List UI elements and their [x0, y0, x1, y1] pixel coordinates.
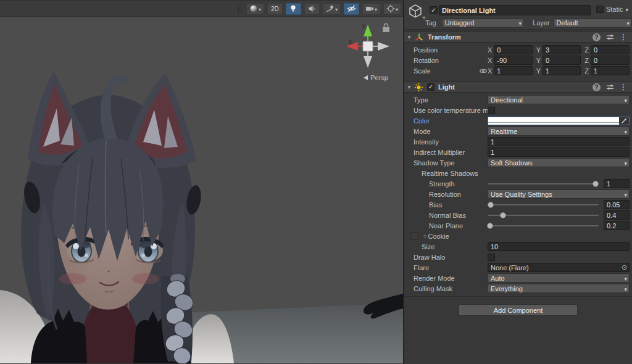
shading-mode-button[interactable]	[246, 3, 264, 15]
cookie-size-field[interactable]	[488, 242, 630, 251]
gizmo-down-cone	[364, 56, 372, 68]
presets-icon[interactable]	[606, 83, 614, 91]
2d-label: 2D	[271, 6, 279, 12]
link-constrain-icon[interactable]	[479, 67, 488, 75]
help-icon[interactable]: ?	[592, 33, 601, 41]
scene-orientation-gizmo[interactable]: y x	[341, 20, 394, 73]
bias-row: Bias	[404, 199, 632, 210]
resolution-dropdown[interactable]: Use Quality Settings	[488, 189, 630, 199]
normal-bias-row: Normal Bias	[404, 210, 632, 220]
position-row: Position X Y Z	[404, 44, 632, 55]
position-x-field[interactable]	[494, 45, 532, 54]
gameobject-active-checkbox[interactable]: ✓	[430, 6, 438, 14]
transform-title: Transform	[428, 33, 592, 41]
flare-object-field[interactable]: None (Flare)	[488, 263, 630, 272]
projection-mode-label[interactable]: Persp	[364, 74, 388, 81]
gizmo-right-cone	[378, 42, 389, 51]
indirect-multiplier-field[interactable]	[488, 147, 630, 157]
intensity-field[interactable]	[488, 137, 630, 146]
shadow-type-dropdown[interactable]: Soft Shadows	[488, 158, 630, 167]
gizmos-button[interactable]	[383, 3, 401, 15]
help-icon[interactable]: ?	[592, 83, 601, 91]
gameobject-name-field[interactable]	[439, 5, 591, 15]
normal-bias-field[interactable]	[604, 210, 630, 220]
position-y-field[interactable]	[543, 45, 581, 54]
transform-header[interactable]: Transform ? ⋮	[404, 31, 632, 43]
near-plane-field[interactable]	[604, 221, 630, 230]
slider-knob[interactable]	[592, 181, 599, 187]
intensity-row: Intensity	[404, 136, 632, 147]
color-temperature-checkbox[interactable]	[488, 107, 495, 114]
strength-field[interactable]	[604, 179, 630, 188]
draw-halo-row: Draw Halo	[404, 252, 632, 262]
camera-settings-button[interactable]	[362, 3, 380, 15]
2d-toggle-button[interactable]: 2D	[267, 3, 283, 15]
draw-halo-checkbox[interactable]	[488, 254, 495, 261]
slider-knob[interactable]	[500, 212, 506, 218]
culling-mask-dropdown[interactable]: Everything	[488, 284, 630, 293]
cookie-label: Cookie	[428, 233, 449, 240]
cookie-texture-thumbnail[interactable]	[410, 232, 418, 240]
near-plane-slider[interactable]	[488, 225, 599, 226]
normal-bias-slider[interactable]	[488, 215, 599, 216]
scene-visibility-toggle-button[interactable]	[344, 3, 359, 15]
chevron-down-icon	[259, 5, 261, 12]
bias-field[interactable]	[604, 200, 630, 209]
shadow-type-row: Shadow Type Soft Shadows	[404, 157, 632, 168]
tag-label: Tag	[425, 19, 436, 27]
chevron-down-icon	[519, 19, 524, 27]
audio-toggle-button[interactable]	[304, 3, 320, 15]
foldout-icon[interactable]	[407, 35, 414, 40]
slider-knob[interactable]	[488, 202, 494, 208]
presets-icon[interactable]	[606, 33, 614, 41]
light-header[interactable]: ✓ Light ? ⋮	[404, 81, 632, 93]
mode-dropdown[interactable]: Realtime	[488, 126, 630, 136]
kebab-menu-icon[interactable]: ⋮	[620, 83, 627, 91]
rotation-y-field[interactable]	[543, 56, 581, 65]
chevron-down-icon	[626, 19, 631, 27]
kebab-menu-icon[interactable]: ⋮	[620, 33, 627, 41]
light-title: Light	[438, 83, 592, 91]
scale-row: Scale X Y Z	[404, 65, 632, 76]
layer-dropdown[interactable]: Default	[554, 19, 632, 28]
light-bulb-icon	[289, 4, 297, 13]
culling-mask-row: Culling Mask Everything	[404, 283, 632, 294]
bias-slider[interactable]	[488, 204, 599, 205]
rotation-x-field[interactable]	[494, 56, 532, 65]
scale-z-field[interactable]	[591, 66, 630, 75]
color-swatch[interactable]	[488, 117, 619, 125]
cookie-picker-icon[interactable]	[423, 233, 426, 239]
rotation-z-field[interactable]	[591, 56, 630, 65]
strength-slider[interactable]	[488, 183, 599, 184]
light-enabled-checkbox[interactable]: ✓	[427, 83, 434, 91]
toolbar-drag-handle[interactable]	[238, 4, 241, 14]
static-checkbox[interactable]	[596, 6, 604, 13]
color-temperature-row: Use color temperature mode	[404, 105, 632, 115]
effects-toggle-button[interactable]	[323, 3, 341, 15]
effects-icon	[326, 4, 335, 13]
foldout-icon[interactable]	[407, 85, 414, 90]
gizmo-x-axis-cone	[346, 42, 358, 51]
eyedropper-button[interactable]	[619, 117, 629, 125]
scene-lighting-toggle-button[interactable]	[286, 3, 301, 15]
gameobject-header: ✓ Static Tag Untagged Layer Default	[404, 0, 632, 30]
scale-x-field[interactable]	[494, 66, 532, 75]
position-z-field[interactable]	[591, 45, 630, 54]
tag-dropdown[interactable]: Untagged	[442, 19, 524, 28]
size-row: Size	[404, 241, 632, 252]
add-component-button[interactable]: Add Component	[459, 304, 578, 316]
static-dropdown-arrow[interactable]	[625, 6, 628, 13]
scene-viewport[interactable]: y x Persp	[0, 17, 403, 363]
gizmo-crosshair-icon	[386, 4, 395, 13]
slider-knob[interactable]	[487, 223, 493, 229]
type-dropdown[interactable]: Directional	[488, 95, 630, 104]
scale-y-field[interactable]	[543, 66, 581, 75]
strength-row: Strength	[404, 178, 632, 189]
eye-slash-icon	[347, 4, 356, 13]
color-swatch-field[interactable]	[488, 117, 630, 125]
gizmo-lock-icon	[383, 24, 389, 33]
render-mode-dropdown[interactable]: Auto	[488, 273, 630, 283]
object-picker-icon[interactable]	[620, 263, 629, 271]
realtime-shadows-row: Realtime Shadows	[404, 168, 632, 178]
color-row: Color	[404, 115, 632, 126]
